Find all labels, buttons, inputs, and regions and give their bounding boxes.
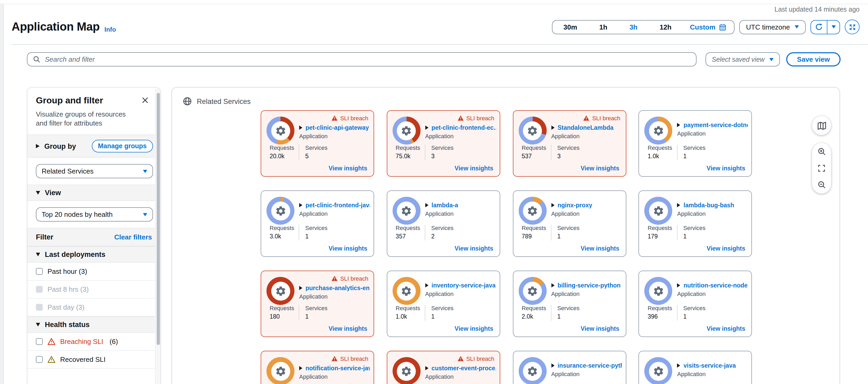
view-insights-link[interactable]: View insights bbox=[581, 325, 619, 332]
service-name-link[interactable]: nginx-proxy bbox=[557, 202, 592, 209]
view-insights-link[interactable]: View insights bbox=[707, 325, 745, 332]
checkbox[interactable] bbox=[36, 339, 43, 345]
expander-right-icon[interactable] bbox=[551, 363, 554, 367]
zoom-out-button[interactable] bbox=[817, 181, 826, 189]
zoom-in-button[interactable] bbox=[817, 147, 826, 156]
service-name-link[interactable]: nutrition-service-nodejs bbox=[684, 282, 748, 289]
time-range-3h[interactable]: 3h bbox=[618, 20, 649, 33]
sidebar-scrollbar-track[interactable] bbox=[155, 89, 160, 384]
view-select[interactable]: Top 20 nodes by health bbox=[36, 207, 153, 222]
time-range-custom[interactable]: Custom bbox=[683, 20, 734, 33]
view-insights-link[interactable]: View insights bbox=[455, 325, 493, 332]
search-input[interactable]: Search and filter bbox=[27, 52, 696, 66]
view-insights-link[interactable]: View insights bbox=[329, 165, 367, 171]
expander-down-icon[interactable] bbox=[36, 323, 40, 327]
group-by-select[interactable]: Related Services bbox=[36, 164, 153, 179]
service-card[interactable]: SLI breach purchase-analytics-en... Appl… bbox=[261, 270, 374, 337]
collapsed-side-nav-rail[interactable] bbox=[0, 4, 4, 384]
service-name-link[interactable]: purchase-analytics-en... bbox=[306, 285, 370, 291]
sidebar-scrollbar-thumb[interactable] bbox=[157, 93, 160, 345]
service-name-link[interactable]: customer-event-proce... bbox=[432, 365, 496, 371]
expander-right-icon[interactable] bbox=[425, 283, 429, 287]
service-card[interactable]: SLI breach pet-clinic-frontend-ec... App… bbox=[387, 110, 500, 177]
checkbox[interactable] bbox=[36, 356, 43, 363]
time-range-30m[interactable]: 30m bbox=[553, 20, 588, 33]
service-card[interactable]: nutrition-service-nodejs Application Req… bbox=[639, 270, 752, 337]
service-type-label: Application bbox=[425, 211, 454, 217]
timezone-select[interactable]: UTC timezone bbox=[739, 20, 806, 34]
saved-view-select[interactable]: Select saved view bbox=[706, 52, 780, 66]
health-status-section-header: Health status bbox=[27, 317, 160, 333]
expander-right-icon[interactable] bbox=[299, 126, 302, 130]
manage-groups-button[interactable]: Manage groups bbox=[92, 140, 153, 153]
service-name-link[interactable]: visits-service-java bbox=[684, 362, 736, 369]
service-card[interactable]: payment-service-dotnet Application Reque… bbox=[639, 110, 752, 177]
service-type-label: Application bbox=[677, 371, 706, 377]
view-insights-link[interactable]: View insights bbox=[707, 165, 745, 171]
close-icon[interactable] bbox=[142, 97, 149, 104]
service-name-link[interactable]: inventory-service-java bbox=[432, 282, 496, 289]
service-name-link[interactable]: insurance-service-pyth... bbox=[557, 362, 622, 369]
service-card[interactable]: lambda-bug-bash Application Requests 179… bbox=[639, 190, 752, 257]
expander-right-icon[interactable] bbox=[677, 283, 680, 287]
service-name-link[interactable]: notification-service-java bbox=[306, 365, 370, 371]
service-card[interactable]: visits-service-java Application Requests… bbox=[639, 351, 752, 384]
refresh-button[interactable] bbox=[811, 20, 827, 33]
view-insights-link[interactable]: View insights bbox=[581, 165, 619, 171]
refresh-options-button[interactable] bbox=[827, 20, 839, 33]
expander-right-icon[interactable] bbox=[299, 203, 302, 207]
view-insights-link[interactable]: View insights bbox=[329, 325, 367, 332]
service-card[interactable]: billing-service-python Application Reque… bbox=[513, 270, 626, 337]
minimap-toggle-button[interactable] bbox=[812, 116, 831, 135]
service-name-link[interactable]: pet-clinic-frontend-java bbox=[306, 202, 370, 209]
time-range-12h[interactable]: 12h bbox=[649, 20, 683, 33]
clear-filters-link[interactable]: Clear filters bbox=[114, 233, 152, 241]
save-view-button[interactable]: Save view bbox=[786, 52, 841, 66]
expander-down-icon[interactable] bbox=[36, 191, 40, 195]
service-card[interactable]: nginx-proxy Application Requests 789 Ser… bbox=[513, 190, 626, 257]
service-name-link[interactable]: payment-service-dotnet bbox=[684, 122, 748, 128]
view-insights-link[interactable]: View insights bbox=[455, 165, 493, 171]
fit-to-screen-button[interactable] bbox=[817, 164, 826, 172]
expander-right-icon[interactable] bbox=[425, 203, 429, 207]
expander-right-icon[interactable] bbox=[36, 144, 39, 149]
expander-down-icon[interactable] bbox=[36, 253, 40, 257]
service-card[interactable]: lambda-a Application Requests 357 Servic… bbox=[387, 190, 500, 257]
service-name-link[interactable]: pet-clinic-api-gateway bbox=[306, 125, 369, 131]
expander-right-icon[interactable] bbox=[677, 203, 680, 207]
service-card[interactable]: SLI breach notification-service-java App… bbox=[261, 351, 374, 384]
view-insights-link[interactable]: View insights bbox=[581, 245, 619, 252]
service-name-link[interactable]: StandaloneLambda bbox=[557, 125, 613, 131]
stat-divider bbox=[677, 145, 678, 160]
service-name-link[interactable]: lambda-a bbox=[432, 202, 458, 209]
time-range-1h[interactable]: 1h bbox=[588, 20, 618, 33]
expander-right-icon[interactable] bbox=[299, 286, 302, 290]
expander-right-icon[interactable] bbox=[677, 123, 680, 127]
service-name-link[interactable]: pet-clinic-frontend-ec... bbox=[432, 125, 496, 131]
expander-right-icon[interactable] bbox=[299, 366, 302, 370]
expander-right-icon[interactable] bbox=[551, 203, 554, 207]
service-card[interactable]: insurance-service-pyth... Application Re… bbox=[513, 351, 626, 384]
service-name-link[interactable]: billing-service-python bbox=[557, 282, 621, 289]
application-map-canvas[interactable]: Related Services SLI breach pet-clinic-a… bbox=[172, 87, 840, 384]
fullscreen-button[interactable] bbox=[845, 20, 860, 34]
service-card[interactable]: pet-clinic-frontend-java Application Req… bbox=[261, 190, 374, 257]
group-header: Related Services bbox=[183, 97, 251, 106]
requests-label: Requests bbox=[270, 305, 294, 311]
service-card[interactable]: SLI breach pet-clinic-api-gateway Applic… bbox=[261, 110, 374, 177]
service-card[interactable]: inventory-service-java Application Reque… bbox=[387, 270, 500, 337]
checkbox[interactable] bbox=[36, 268, 43, 275]
service-name-link[interactable]: lambda-bug-bash bbox=[684, 202, 734, 209]
view-insights-link[interactable]: View insights bbox=[329, 245, 367, 252]
expander-right-icon[interactable] bbox=[551, 126, 554, 130]
view-insights-link[interactable]: View insights bbox=[707, 245, 745, 252]
expander-right-icon[interactable] bbox=[425, 366, 429, 370]
info-link[interactable]: Info bbox=[104, 26, 116, 33]
requests-label: Requests bbox=[270, 145, 294, 151]
expander-right-icon[interactable] bbox=[551, 283, 554, 287]
service-card[interactable]: SLI breach StandaloneLambda Application … bbox=[513, 110, 626, 177]
expander-right-icon[interactable] bbox=[425, 126, 429, 130]
expander-right-icon[interactable] bbox=[677, 363, 680, 367]
service-card[interactable]: SLI breach customer-event-proce... Appli… bbox=[387, 351, 500, 384]
view-insights-link[interactable]: View insights bbox=[455, 245, 493, 252]
